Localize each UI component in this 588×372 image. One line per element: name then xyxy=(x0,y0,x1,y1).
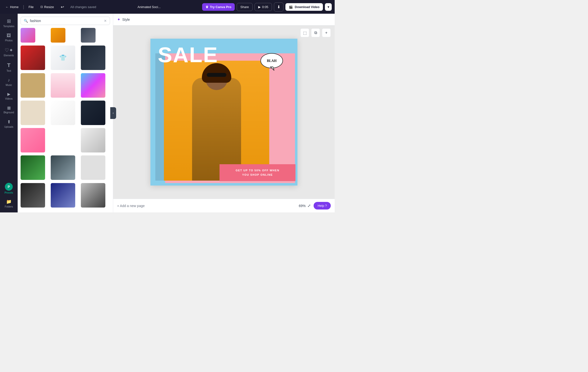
try-pro-button[interactable]: ♛ Try Canva Pro xyxy=(202,3,235,11)
list-item[interactable] xyxy=(81,183,105,208)
frame-tool-button[interactable]: ⬚ xyxy=(300,28,309,37)
sidebar-item-text-label: Text xyxy=(7,70,11,72)
photos-icon: 🖼 xyxy=(7,33,11,38)
topbar: ← Home | File ⊡ Resize ↩ All changes sav… xyxy=(0,0,335,14)
media-panel-wrapper: 🔍 ✕ 👕 xyxy=(18,14,113,212)
crown-icon: ♛ xyxy=(206,5,208,9)
list-item[interactable] xyxy=(81,73,105,98)
zoom-expand-button[interactable]: ⤢ xyxy=(307,203,311,208)
pexels-icon: P xyxy=(5,183,13,191)
sidebar-item-music-label: Music xyxy=(6,84,12,86)
caret-down-icon: ▾ xyxy=(328,5,329,9)
play-icon: ▶ xyxy=(258,5,261,9)
undo-button[interactable]: ↩ xyxy=(58,3,66,11)
sidebar-item-videos[interactable]: ▶ Videos xyxy=(1,89,17,103)
home-arrow-icon: ← xyxy=(5,5,9,9)
list-item[interactable] xyxy=(21,28,35,43)
design-canvas[interactable]: SALE BLAH GET UP TO 50% OFF WHEN YOU SHO… xyxy=(150,39,297,186)
list-item[interactable] xyxy=(21,128,45,152)
search-icon: 🔍 xyxy=(24,19,28,23)
music-icon: ♪ xyxy=(8,78,10,83)
file-label: File xyxy=(28,5,34,9)
sidebar-item-photos-label: Photos xyxy=(5,39,12,42)
project-title[interactable]: Animated Soci... xyxy=(137,5,161,9)
try-pro-label: Try Canva Pro xyxy=(210,5,231,9)
list-item[interactable] xyxy=(21,73,45,98)
copy-tool-button[interactable]: ⧉ xyxy=(311,28,320,37)
media-panel: 🔍 ✕ 👕 xyxy=(18,14,113,212)
play-button[interactable]: ▶ 0:05 xyxy=(255,3,272,11)
sidebar-item-uploads[interactable]: ⬆ Uploads xyxy=(1,117,17,131)
sidebar-item-elements[interactable]: ♡✦ Elements xyxy=(1,45,17,59)
add-page-label[interactable]: + Add a new page xyxy=(117,204,145,208)
list-item[interactable] xyxy=(81,155,105,180)
list-item[interactable] xyxy=(81,128,105,152)
resize-button[interactable]: ⊡ Resize xyxy=(38,4,56,10)
help-button[interactable]: Help ? xyxy=(314,202,331,209)
canvas-area: ✦ Style ⬚ ⧉ + xyxy=(113,14,335,212)
sidebar-item-music[interactable]: ♪ Music xyxy=(1,75,17,89)
list-item[interactable] xyxy=(51,155,75,180)
list-item[interactable] xyxy=(21,101,45,125)
list-item[interactable] xyxy=(81,101,105,125)
undo-icon: ↩ xyxy=(61,5,64,9)
download-icon-button[interactable]: ⬇ xyxy=(274,2,283,12)
list-item[interactable] xyxy=(51,101,75,125)
download-video-label: Download Video xyxy=(295,5,319,9)
play-time: 0:05 xyxy=(262,5,268,9)
sidebar-item-text[interactable]: T Text xyxy=(1,60,17,75)
home-label: Home xyxy=(10,5,19,9)
sidebar-item-uploads-label: Uploads xyxy=(4,126,13,128)
download-video-caret-button[interactable]: ▾ xyxy=(325,3,332,11)
zoom-level: 69% xyxy=(299,204,306,208)
pexels-label: Pexels xyxy=(5,191,13,194)
add-tool-button[interactable]: + xyxy=(322,28,331,37)
list-item[interactable]: 👕 xyxy=(51,46,75,70)
file-button[interactable]: File xyxy=(26,4,36,10)
list-item[interactable] xyxy=(81,28,96,43)
sidebar-item-background[interactable]: ▦ Bkground xyxy=(1,103,17,116)
canvas-promo-strip: GET UP TO 50% OFF WHEN YOU SHOP ONLINE xyxy=(220,164,295,181)
share-button[interactable]: Share xyxy=(237,3,253,11)
video-icon: 🎬 xyxy=(289,5,293,9)
sidebar-item-templates[interactable]: ⊞ Templates xyxy=(1,16,17,30)
main-layout: ⊞ Templates 🖼 Photos ♡✦ Elements T Text … xyxy=(0,14,335,212)
home-button[interactable]: ← Home xyxy=(3,4,21,10)
clear-icon[interactable]: ✕ xyxy=(104,19,107,23)
promo-text: GET UP TO 50% OFF WHEN YOU SHOP ONLINE xyxy=(224,168,291,177)
list-item[interactable] xyxy=(51,28,65,43)
style-bar-label: Style xyxy=(122,18,130,22)
svg-text:BLAH: BLAH xyxy=(267,59,277,63)
list-item[interactable] xyxy=(51,183,75,208)
folders-icon: 📁 xyxy=(6,199,12,204)
search-input[interactable] xyxy=(30,19,102,23)
list-item[interactable] xyxy=(51,73,75,98)
collapse-icon: ‹ xyxy=(113,111,114,115)
help-label: Help ? xyxy=(318,204,327,208)
canvas-container[interactable]: ⬚ ⧉ + xyxy=(113,25,335,199)
pexels-badge[interactable]: P Pexels xyxy=(3,181,15,196)
list-item[interactable] xyxy=(81,46,105,70)
canvas-tools: ⬚ ⧉ + xyxy=(300,28,331,37)
sale-text: SALE xyxy=(158,44,218,66)
bottom-bar: + Add a new page 69% ⤢ Help ? xyxy=(113,199,335,212)
left-sidebar: ⊞ Templates 🖼 Photos ♡✦ Elements T Text … xyxy=(0,14,18,212)
add-page-area[interactable]: + Add a new page xyxy=(117,204,299,208)
sidebar-item-background-label: Bkground xyxy=(4,111,14,114)
zoom-controls: 69% ⤢ xyxy=(299,203,311,208)
uploads-icon: ⬆ xyxy=(7,119,11,125)
sidebar-item-folders[interactable]: 📁 Folders xyxy=(1,197,17,210)
download-video-button[interactable]: 🎬 Download Video xyxy=(285,3,323,11)
templates-icon: ⊞ xyxy=(7,18,11,24)
sidebar-item-photos[interactable]: 🖼 Photos xyxy=(1,31,17,44)
add-icon: + xyxy=(325,31,327,35)
magic-style-icon: ✦ xyxy=(117,17,120,22)
elements-icon: ♡✦ xyxy=(5,47,13,53)
canvas-image-area[interactable] xyxy=(164,61,269,181)
panel-collapse-handle[interactable]: ‹ xyxy=(110,107,116,119)
sidebar-item-templates-label: Templates xyxy=(3,25,14,28)
list-item[interactable] xyxy=(21,155,45,180)
text-icon: T xyxy=(7,62,10,69)
list-item[interactable] xyxy=(21,46,45,70)
list-item[interactable] xyxy=(21,183,45,208)
